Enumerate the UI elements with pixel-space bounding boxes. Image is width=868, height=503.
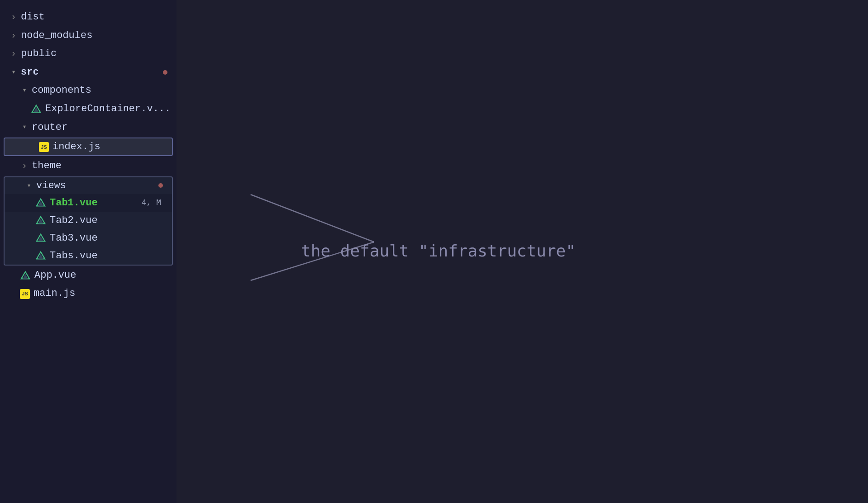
vue-icon-tab2 [35, 215, 46, 226]
src-modified-dot [163, 70, 167, 75]
sidebar-item-node-modules-label: node_modules [21, 29, 92, 43]
sidebar-item-explore-container-label: ExploreContainer.v... [45, 103, 171, 116]
sidebar-item-main[interactable]: JS main.js [0, 285, 176, 303]
sidebar-item-router-label: router [32, 121, 67, 134]
sidebar-item-components-label: components [32, 84, 91, 97]
chevron-src-icon [9, 68, 18, 77]
sidebar-item-router-index[interactable]: JS index.js [4, 138, 173, 156]
file-explorer-sidebar: dist node_modules public src components … [0, 0, 176, 503]
chevron-theme-icon [20, 161, 29, 171]
vue-icon-explore [31, 104, 42, 114]
sidebar-item-node-modules[interactable]: node_modules [0, 27, 176, 45]
chevron-router-icon [20, 123, 29, 132]
sidebar-item-theme[interactable]: theme [0, 157, 176, 176]
tab1-badge: 4, M [142, 198, 161, 207]
sidebar-item-components[interactable]: components [0, 81, 176, 100]
sidebar-item-dist[interactable]: dist [0, 8, 176, 27]
js-icon-router-index: JS [39, 142, 49, 152]
sidebar-item-tabs[interactable]: Tabs.vue [5, 247, 172, 265]
vue-icon-app [20, 270, 31, 281]
js-icon-main: JS [20, 289, 30, 299]
svg-line-12 [251, 195, 374, 242]
vue-icon-tab3 [35, 233, 46, 243]
sidebar-item-tab1[interactable]: Tab1.vue 4, M [5, 194, 172, 212]
sidebar-item-tab2[interactable]: Tab2.vue [5, 212, 172, 229]
annotation-area: the default "infrastructure" [176, 0, 868, 503]
sidebar-item-tabs-label: Tabs.vue [50, 250, 98, 261]
views-modified-dot [158, 183, 163, 188]
sidebar-item-router[interactable]: router [0, 119, 176, 137]
main-content-area: the default "infrastructure" [176, 0, 868, 503]
sidebar-item-tab1-label: Tab1.vue [50, 197, 98, 209]
sidebar-item-router-index-label: index.js [52, 141, 100, 152]
sidebar-item-views-label: views [36, 180, 66, 191]
sidebar-item-views[interactable]: views [5, 177, 172, 194]
sidebar-item-tab3[interactable]: Tab3.vue [5, 229, 172, 247]
sidebar-item-explore-container[interactable]: ExploreContainer.v... [0, 100, 176, 119]
sidebar-item-public[interactable]: public [0, 45, 176, 63]
chevron-views-icon [24, 181, 33, 190]
sidebar-item-tab3-label: Tab3.vue [50, 233, 98, 244]
chevron-dist-icon [9, 13, 18, 22]
vue-icon-tabs [35, 250, 46, 261]
vue-icon-tab1 [35, 197, 46, 208]
views-group-box: views Tab1.vue 4, M Tab2.vue [4, 176, 173, 266]
sidebar-item-public-label: public [21, 47, 57, 61]
sidebar-item-app[interactable]: App.vue [0, 266, 176, 285]
sidebar-item-app-label: App.vue [34, 269, 76, 282]
sidebar-item-src[interactable]: src [0, 63, 176, 82]
chevron-components-icon [20, 86, 29, 95]
sidebar-item-dist-label: dist [21, 11, 45, 24]
sidebar-item-tab2-label: Tab2.vue [50, 215, 98, 226]
chevron-public-icon [9, 49, 18, 58]
chevron-node-modules-icon [9, 31, 18, 40]
annotation-text: the default "infrastructure" [301, 242, 576, 260]
sidebar-item-src-label: src [21, 66, 39, 79]
sidebar-item-theme-label: theme [32, 160, 62, 173]
sidebar-item-main-label: main.js [33, 287, 75, 300]
